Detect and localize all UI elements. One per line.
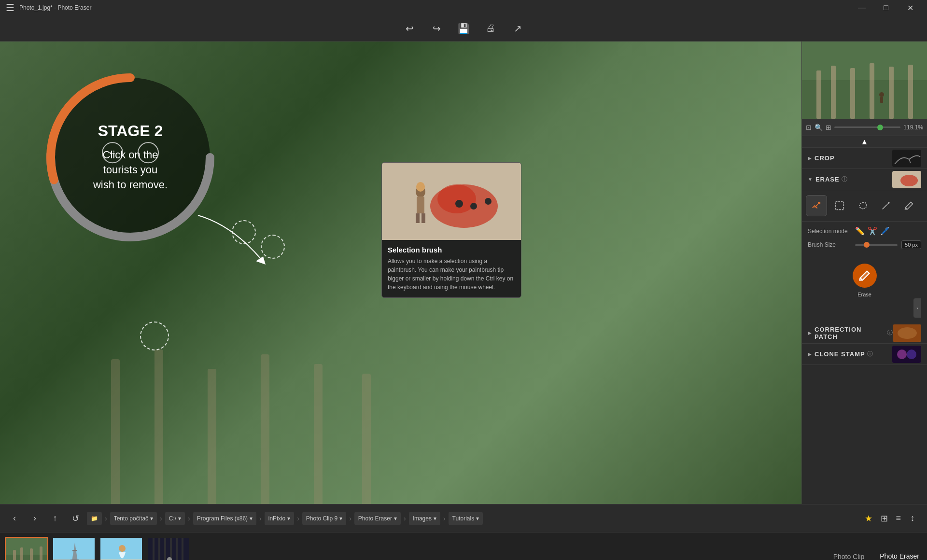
zoom-controls: ⊡ 🔍 ⊞ 119.1% [802,119,927,136]
crop-label: CROP [815,154,835,162]
photo-eraser-tab[interactable]: Photo Eraser [877,551,922,560]
color-mode-icon[interactable]: 🖊️ [880,226,890,236]
path-sep-2: › [160,515,162,522]
thumbnail-3[interactable]: Photo_3.jpg [99,537,143,560]
thumbnail-2[interactable]: Photo_2.jpg [52,537,96,560]
collapse-row[interactable]: ▲ [802,136,927,148]
svg-rect-18 [831,66,836,119]
minimize-button[interactable]: — [851,0,873,15]
svg-point-35 [907,350,916,359]
svg-rect-44 [72,550,77,551]
undo-button[interactable]: ↩ [400,19,419,38]
clone-info-icon: ⓘ [867,350,873,358]
zoom-slider-thumb[interactable] [877,125,883,130]
svg-rect-51 [158,538,160,560]
stage-circle-svg [39,66,222,249]
back-button[interactable]: ‹ [6,510,23,527]
redo-button[interactable]: ↪ [427,19,446,38]
rectangular-selection-tool[interactable] [829,195,850,216]
brush-size-slider[interactable] [855,244,898,246]
crop-thumbnail [892,150,921,167]
menu-button[interactable]: ☰ [6,2,14,14]
svg-rect-55 [182,538,183,560]
save-button[interactable]: 💾 [454,19,473,38]
canvas-area[interactable]: STAGE 2 Click on the tourists you wish t… [0,42,801,504]
program-files-label: Program Files (x86) [197,515,248,522]
magic-wand-tool[interactable] [875,195,897,216]
view-options-button[interactable]: ⊞ [875,510,893,527]
zoom-slider[interactable] [834,126,900,128]
program-files-btn[interactable]: Program Files (x86) ▾ [193,512,256,525]
images-btn[interactable]: Images ▾ [409,512,440,525]
main-layout: STAGE 2 Click on the tourists you wish t… [0,42,927,504]
print-button[interactable]: 🖨 [481,19,500,38]
erase-info-icon: ⓘ [842,175,847,183]
erase-section-header[interactable]: ▼ ERASE ⓘ [802,169,927,190]
zoom-grid-icon[interactable]: ⊞ [826,124,831,131]
tutorials-label: Tutorials [452,515,475,522]
list-view-button[interactable]: ≡ [896,513,901,523]
clone-stamp-header[interactable]: ▶ CLONE STAMP ⓘ [802,344,927,365]
tutorials-btn[interactable]: Tutorials ▾ [449,512,483,525]
selection-brush-tool[interactable] [806,195,827,216]
collapse-icon: ▲ [861,138,869,146]
right-panel: ⊡ 🔍 ⊞ 119.1% ▲ ▶ CROP [801,42,927,504]
correction-expand-icon: ▶ [808,330,812,336]
tourist-marker-3[interactable] [140,322,169,350]
drive-btn[interactable]: C:\ ▾ [165,512,185,525]
preview-image [802,42,927,119]
svg-point-48 [119,545,126,552]
subtract-mode-icon[interactable]: ✂️ [868,226,877,236]
tooltip-title: Selection brush [388,246,515,254]
refresh-button[interactable]: ↺ [67,510,84,527]
tooltip-text: Allows you to make a selection using a p… [388,257,515,292]
svg-rect-8 [421,213,425,223]
tourist-marker-2[interactable] [261,235,285,259]
svg-point-9 [416,182,425,192]
thumb-img-2 [52,537,96,560]
svg-rect-7 [416,213,420,223]
add-mode-icon[interactable]: ✏️ [855,226,865,236]
eraser-tool[interactable] [899,195,920,216]
brush-slider-thumb[interactable] [864,242,870,248]
forward-button[interactable]: › [26,510,43,527]
up-button[interactable]: ↑ [46,510,64,527]
thumbnail-1[interactable]: Photo_1.jpg [5,537,48,560]
share-button[interactable]: ↗ [508,19,527,38]
zoom-percentage: 119.1% [903,124,923,131]
photo-eraser-btn[interactable]: Photo Eraser ▾ [354,512,401,525]
svg-point-14 [485,198,492,205]
correction-patch-header[interactable]: ▶ CORRECTION PATCH ⓘ [802,322,927,344]
thumbnail-4[interactable]: Photo_4.jpg [147,537,190,560]
erase-button[interactable]: Erase [850,264,879,298]
drive-chevron: ▾ [178,515,181,522]
inpixio-btn[interactable]: inPixio ▾ [265,512,294,525]
expand-panel-arrow[interactable]: › [913,298,921,318]
svg-rect-17 [816,70,821,119]
crop-section-header[interactable]: ▶ CROP [802,148,927,169]
photo-clip-tab[interactable]: Photo Clip [830,552,868,560]
zoom-search-icon[interactable]: 🔍 [815,124,823,131]
erase-tools [802,190,927,222]
favorite-button[interactable]: ★ [865,513,872,524]
erase-button-icon [853,264,877,288]
close-button[interactable]: ✕ [899,0,921,15]
erase-collapse-icon: ▼ [808,177,813,182]
maximize-button[interactable]: □ [875,0,897,15]
selection-mode-label: Selection mode [808,228,851,235]
thumb-img-3 [99,537,143,560]
folder-icon-btn[interactable]: 📁 [87,512,102,525]
tooltip-content: Selection brush Allows you to make a sel… [382,240,521,297]
svg-point-13 [470,203,477,210]
svg-rect-19 [850,68,855,119]
photo-clip-btn[interactable]: Photo Clip 9 ▾ [302,512,346,525]
tourist-marker-1[interactable] [232,220,256,244]
zoom-fit-icon[interactable]: ⊡ [806,124,812,131]
correction-info-icon: ⓘ [887,329,893,337]
lasso-tool[interactable] [852,195,873,216]
photo-clip-chevron: ▾ [339,515,342,522]
computer-btn[interactable]: Tento počítač ▾ [110,512,157,525]
svg-rect-41 [40,546,42,560]
brush-size-value: 50 px [901,240,921,249]
sort-button[interactable]: ↕ [904,510,921,527]
